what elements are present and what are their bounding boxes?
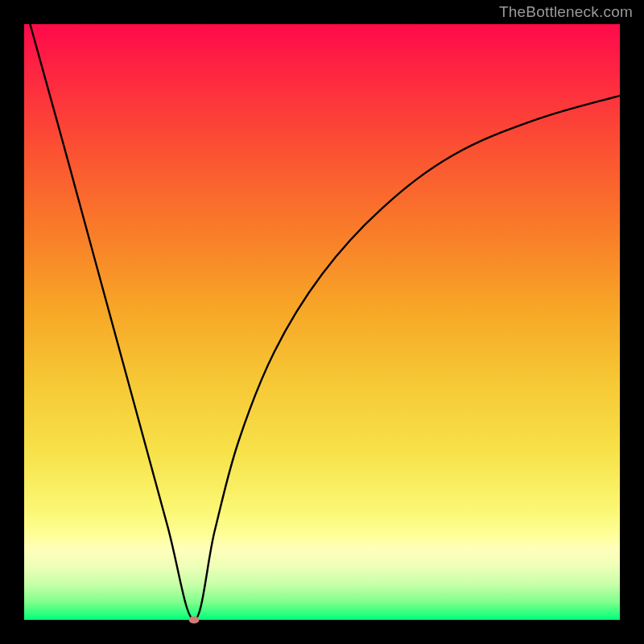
curve-path [30, 24, 620, 620]
bottleneck-curve [24, 24, 620, 620]
optimal-point-marker [188, 617, 199, 624]
watermark-text: TheBottleneck.com [499, 3, 633, 21]
chart-frame: TheBottleneck.com [0, 0, 644, 644]
plot-area [24, 24, 620, 620]
